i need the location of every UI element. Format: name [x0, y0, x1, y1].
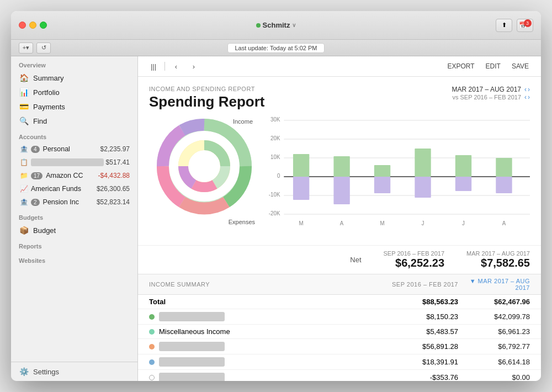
- net-col1-value: $6,252.23: [384, 257, 445, 269]
- svg-rect-24: [455, 155, 471, 177]
- settings-label: Settings: [33, 368, 59, 376]
- export-button[interactable]: EXPORT: [444, 61, 477, 71]
- back-button[interactable]: ‹: [169, 60, 183, 73]
- amazon-account-icon: 📁: [19, 171, 29, 181]
- payments-icon: 💳: [19, 102, 29, 112]
- income-total-col1: $88,563.23: [386, 298, 458, 306]
- svg-text:M: M: [380, 220, 384, 226]
- income-total-col2: $62,467.96: [458, 298, 530, 306]
- content-toolbar: ||| ‹ › EXPORT EDIT SAVE: [138, 56, 541, 77]
- income-row-1: Miscellaneous Income $5,483.57 $6,961.23: [138, 325, 541, 339]
- portfolio-icon: 📊: [19, 87, 29, 97]
- refresh-icon: ↺: [41, 44, 46, 51]
- sidebar-item-find[interactable]: 🔍 Find: [11, 114, 137, 128]
- income-row-4-col2: $0.00: [458, 373, 530, 381]
- svg-rect-22: [415, 149, 431, 177]
- refresh-button[interactable]: ↺: [36, 43, 51, 54]
- svg-text:A: A: [340, 220, 344, 226]
- income-row-1-left: Miscellaneous Income: [149, 327, 386, 336]
- date-range: MAR 2017 – AUG 2017 ‹ › vs SEP 2016 – FE…: [452, 86, 530, 101]
- income-dot-3: [149, 359, 155, 365]
- net-summary: Net SEP 2016 – FEB 2017 $6,252.23 MAR 20…: [138, 245, 541, 274]
- account-row-amazon[interactable]: 📁 17 Amazon CC -$4,432.88: [11, 169, 137, 182]
- minimize-button[interactable]: [29, 22, 36, 29]
- save-button[interactable]: SAVE: [508, 61, 532, 71]
- account-row-hidden1[interactable]: 📋 ████████████ $517.41: [11, 156, 137, 169]
- income-summary: INCOME SUMMARY SEP 2016 – FEB 2017 ▼ MAR…: [138, 274, 541, 381]
- content-area: ||| ‹ › EXPORT EDIT SAVE INCOME AND SPEN…: [138, 56, 541, 381]
- pension-icon: 🏦: [19, 197, 29, 207]
- sidebar-item-portfolio[interactable]: 📊 Portfolio: [11, 85, 137, 99]
- sidebar: Overview 🏠 Summary 📊 Portfolio 💳 Payment…: [11, 56, 138, 381]
- settings-row[interactable]: ⚙️ Settings: [19, 367, 130, 377]
- svg-rect-17: [293, 177, 309, 200]
- income-row-0-col2: $42,099.78: [458, 312, 530, 321]
- svg-text:J: J: [422, 220, 424, 226]
- calendar-button[interactable]: 📅 3: [517, 19, 533, 32]
- account-row-personal[interactable]: 🏦 4 Personal $2,235.97: [11, 142, 137, 156]
- sidebar-item-budget[interactable]: 📦 Budget: [11, 223, 137, 237]
- date-range-chevrons: ‹ ›: [524, 86, 530, 93]
- close-button[interactable]: [19, 22, 26, 29]
- american-funds-icon: 📈: [19, 184, 29, 194]
- income-row-0-name: ████████████: [159, 312, 225, 321]
- svg-text:30K: 30K: [270, 116, 280, 123]
- svg-text:J: J: [462, 220, 465, 226]
- pension-name: Pension Inc: [43, 198, 94, 206]
- sidebar-item-payments[interactable]: 💳 Payments: [11, 99, 137, 114]
- budget-icon: 📦: [19, 225, 29, 235]
- svg-text:A: A: [502, 220, 506, 226]
- date-range-main: MAR 2017 – AUG 2017: [452, 86, 521, 93]
- donut-chart: Income: [149, 114, 259, 230]
- account-row-pension[interactable]: 🏦 2 Pension Inc $52,823.14: [11, 195, 137, 209]
- income-row-2-col2: $6,792.77: [458, 342, 530, 351]
- pension-badge: 2: [31, 199, 40, 206]
- income-dot-2: [149, 344, 155, 349]
- traffic-lights: [19, 22, 47, 29]
- edit-button[interactable]: EDIT: [482, 61, 504, 71]
- sidebar-bottom: ⚙️ Settings: [11, 362, 137, 381]
- date-vs-next-icon[interactable]: ›: [528, 93, 530, 101]
- summary-label: Summary: [33, 74, 64, 82]
- add-button[interactable]: +▾: [19, 43, 33, 54]
- income-summary-title: INCOME SUMMARY: [149, 281, 386, 288]
- bar-chart-svg: 30K 20K 10K 0 -10K -20K: [265, 114, 530, 230]
- svg-text:0: 0: [277, 173, 280, 179]
- income-row-1-name: Miscellaneous Income: [159, 327, 230, 336]
- date-next-icon[interactable]: ›: [528, 86, 530, 93]
- svg-rect-26: [496, 158, 512, 177]
- title-chevron-icon: ∨: [292, 22, 296, 28]
- toolbar-divider: [164, 62, 165, 71]
- income-row-2-col1: $56,891.28: [386, 342, 458, 351]
- budgets-section-title: Budgets: [11, 209, 137, 223]
- net-col2-value: $7,582.65: [466, 257, 530, 269]
- find-label: Find: [33, 117, 47, 125]
- income-row-0: ████████████ $8,150.23 $42,099.78: [138, 309, 541, 325]
- svg-rect-16: [293, 154, 309, 177]
- maximize-button[interactable]: [40, 22, 47, 29]
- net-col2: MAR 2017 – AUG 2017 $7,582.65: [466, 250, 530, 269]
- amazon-badge: 17: [31, 172, 43, 179]
- payments-label: Payments: [33, 103, 65, 111]
- income-col1-header: SEP 2016 – FEB 2017: [386, 281, 458, 288]
- pension-value: $52,823.14: [97, 198, 130, 206]
- panel-toggle-icon[interactable]: |||: [147, 60, 160, 73]
- app-window: Schmitz ∨ ⬆ 📅 3 +▾ ↺ Last update: Today …: [11, 11, 541, 381]
- subtitlebar: +▾ ↺ Last update: Today at 5:02 PM: [11, 40, 541, 56]
- main-layout: Overview 🏠 Summary 📊 Portfolio 💳 Payment…: [11, 56, 541, 381]
- income-dot-0: [149, 314, 155, 320]
- income-row-2-name: ████████████: [159, 342, 225, 351]
- date-range-vs: vs SEP 2016 – FEB 2017: [452, 94, 521, 100]
- forward-button[interactable]: ›: [187, 60, 200, 73]
- sidebar-item-summary[interactable]: 🏠 Summary: [11, 71, 137, 85]
- income-total-row: Total $88,563.23 $62,467.96: [138, 295, 541, 309]
- date-prev-icon[interactable]: ‹: [524, 86, 527, 93]
- date-vs-prev-icon[interactable]: ‹: [524, 93, 527, 101]
- income-row-0-left: ████████████: [149, 312, 386, 321]
- upload-button[interactable]: ⬆: [496, 19, 512, 32]
- status-dot: [256, 23, 261, 28]
- income-row-3-name: ████████████: [159, 357, 225, 367]
- chart-container: Income: [149, 114, 530, 230]
- account-row-american-funds[interactable]: 📈 American Funds $26,300.65: [11, 182, 137, 195]
- personal-account-name: Personal: [43, 145, 98, 153]
